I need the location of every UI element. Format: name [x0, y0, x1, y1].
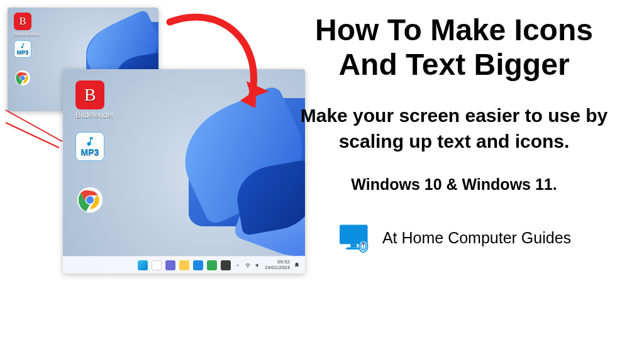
app-icon	[207, 260, 217, 270]
clock: 09:52 24/01/2024	[265, 260, 290, 271]
mp3-file-icon: MP3	[75, 132, 104, 162]
chrome-icon	[75, 185, 104, 216]
notification-icon	[294, 262, 300, 268]
system-tray: 09:52 24/01/2024	[235, 260, 300, 271]
mp3-file-icon: MP3	[14, 40, 31, 59]
search-icon	[152, 260, 162, 270]
wifi-icon	[245, 262, 251, 268]
bitdefender-icon: B Bitdefender	[14, 13, 40, 37]
app-icon	[221, 260, 231, 270]
text-column: How To Make Icons And Text Bigger Make y…	[283, 13, 625, 253]
monitor-icon	[337, 223, 372, 253]
volume-icon	[255, 262, 261, 268]
svg-point-16	[362, 243, 364, 245]
win11-bloom-icon	[123, 79, 305, 263]
taskbar: 09:52 24/01/2024	[63, 256, 305, 273]
svg-point-4	[86, 196, 94, 204]
page-title: How To Make Icons And Text Bigger	[283, 13, 625, 82]
svg-rect-8	[342, 228, 365, 241]
chrome-icon	[14, 69, 31, 88]
comparison-visual: B Bitdefender MP3 B Bitdefender	[0, 0, 308, 337]
desktop-after: B Bitdefender MP3	[63, 69, 305, 273]
svg-point-5	[247, 267, 248, 267]
edge-icon	[193, 260, 203, 270]
chevron-up-icon	[235, 262, 241, 268]
start-icon	[138, 260, 148, 270]
svg-rect-10	[350, 245, 357, 248]
motion-lines-icon	[3, 107, 72, 151]
brand-row: At Home Computer Guides	[283, 223, 625, 253]
os-support-line: Windows 10 & Windows 11.	[283, 175, 625, 194]
page-subtitle: Make your screen easier to use by scalin…	[283, 103, 625, 154]
explorer-icon	[179, 260, 189, 270]
taskview-icon	[165, 260, 175, 270]
music-note-icon	[84, 136, 96, 147]
bitdefender-icon: B Bitdefender	[75, 80, 114, 119]
brand-text: At Home Computer Guides	[382, 229, 571, 247]
music-note-icon	[19, 43, 26, 49]
